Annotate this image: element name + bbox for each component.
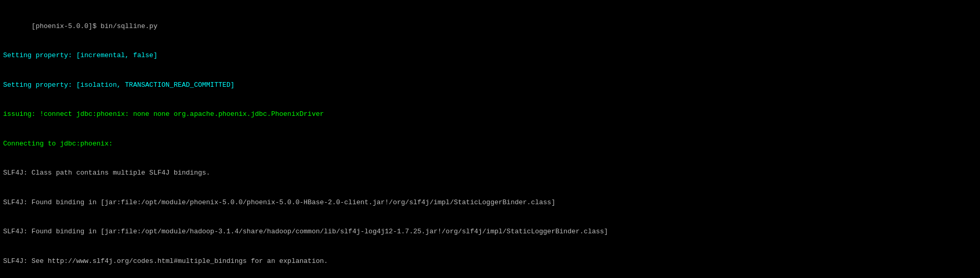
line-5: SLF4J: Class path contains multiple SLF4… — [3, 168, 977, 178]
line-4: Connecting to jdbc:phoenix: — [3, 139, 977, 149]
window-title — [3, 22, 32, 30]
line-1: Setting property: [incremental, false] — [3, 51, 977, 61]
prompt-line: [phoenix-5.0.0]$ bin/sqlline.py — [3, 22, 977, 32]
line-6: SLF4J: Found binding in [jar:file:/opt/m… — [3, 198, 977, 208]
line-3: issuing: !connect jdbc:phoenix: none non… — [3, 110, 977, 120]
line-8: SLF4J: See http://www.slf4j.org/codes.ht… — [3, 257, 977, 267]
line-7: SLF4J: Found binding in [jar:file:/opt/m… — [3, 227, 977, 237]
terminal-container: [phoenix-5.0.0]$ bin/sqlline.py Setting … — [0, 0, 980, 278]
command-prompt: [phoenix-5.0.0]$ bin/sqlline.py — [32, 22, 158, 30]
line-2: Setting property: [isolation, TRANSACTIO… — [3, 81, 977, 90]
